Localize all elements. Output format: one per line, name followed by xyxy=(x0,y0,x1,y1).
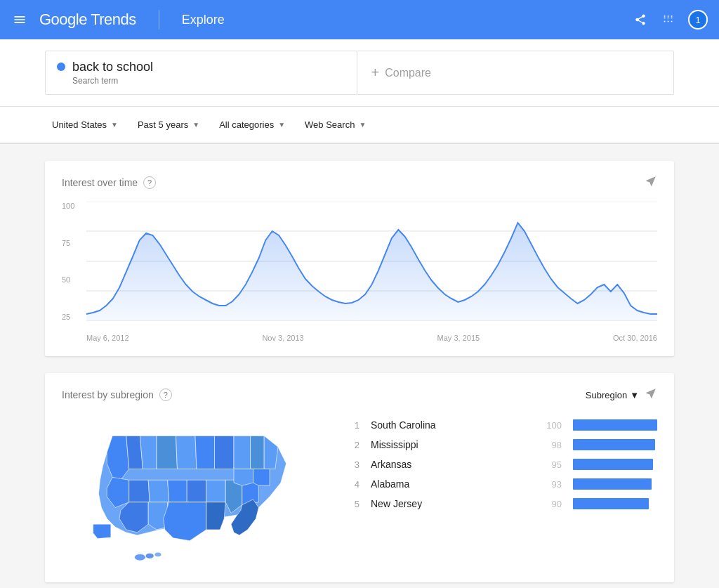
interest-over-time-card: Interest over time ? 100 75 50 25 xyxy=(45,161,674,356)
interest-by-subregion-title: Interest by subregion xyxy=(62,389,154,400)
y-label-75: 75 xyxy=(62,239,74,247)
time-arrow-icon: ▼ xyxy=(192,121,199,129)
category-arrow-icon: ▼ xyxy=(278,121,285,129)
ranking-bar-5 xyxy=(573,498,649,509)
x-label-3: May 3, 2015 xyxy=(437,334,480,342)
x-label-1: May 6, 2012 xyxy=(86,334,129,342)
region-name-2: Mississippi xyxy=(371,439,531,450)
ranking-bar-4 xyxy=(573,478,652,490)
compare-box[interactable]: + Compare xyxy=(357,51,675,95)
bar-container-4 xyxy=(573,478,657,490)
rank-2: 2 xyxy=(345,440,360,450)
card-title-row: Interest over time ? xyxy=(62,176,156,189)
bar-container-1 xyxy=(573,419,657,431)
interest-by-subregion-card: Interest by subregion ? Subregion ▼ xyxy=(45,373,674,582)
y-label-50: 50 xyxy=(62,275,74,284)
y-label-25: 25 xyxy=(62,313,74,321)
search-area: back to school Search term + Compare xyxy=(0,39,719,107)
region-name-5: New Jersey xyxy=(371,498,531,509)
help-icon-subregion[interactable]: ? xyxy=(159,388,172,401)
header-divider xyxy=(159,10,159,30)
rank-1: 1 xyxy=(345,420,360,431)
ranking-item-5: 5 New Jersey 90 xyxy=(345,498,657,509)
region-arrow-icon: ▼ xyxy=(111,121,118,129)
svg-point-5 xyxy=(135,554,146,561)
time-label: Past 5 years xyxy=(138,119,188,130)
region-score-3: 95 xyxy=(542,459,562,470)
interest-chart: 100 75 50 25 xyxy=(62,202,657,342)
search-term-content: back to school Search term xyxy=(72,60,153,86)
x-axis-labels: May 6, 2012 Nov 3, 2013 May 3, 2015 Oct … xyxy=(86,322,657,342)
bar-container-2 xyxy=(573,439,657,450)
region-score-4: 93 xyxy=(542,479,562,490)
share-chart-icon[interactable] xyxy=(645,175,657,190)
ranking-item-1: 1 South Carolina 100 xyxy=(345,419,657,431)
region-label: United States xyxy=(52,119,107,130)
header-actions: 1 xyxy=(632,10,708,30)
us-map-svg xyxy=(69,414,322,568)
subregion-header-right: Subregion ▼ xyxy=(586,387,657,403)
logo: Google Trends xyxy=(39,11,136,29)
y-label-100: 100 xyxy=(62,202,74,210)
rankings-list: 1 South Carolina 100 2 Mississippi 98 xyxy=(345,414,657,568)
card-header-time: Interest over time ? xyxy=(62,175,657,190)
explore-label: Explore xyxy=(182,13,225,27)
ranking-bar-3 xyxy=(573,459,653,470)
region-score-2: 98 xyxy=(542,440,562,450)
user-avatar[interactable]: 1 xyxy=(688,10,708,30)
region-name-3: Arkansas xyxy=(371,459,531,470)
ranking-item-2: 2 Mississippi 98 xyxy=(345,439,657,450)
region-name-1: South Carolina xyxy=(371,419,531,431)
rank-3: 3 xyxy=(345,459,360,470)
menu-icon[interactable] xyxy=(11,11,28,28)
ranking-bar-2 xyxy=(573,439,655,450)
search-type-arrow-icon: ▼ xyxy=(359,121,366,129)
main-content: Interest over time ? 100 75 50 25 xyxy=(0,144,719,588)
apps-icon[interactable] xyxy=(660,11,677,28)
rank-5: 5 xyxy=(345,499,360,509)
x-label-2: Nov 3, 2013 xyxy=(262,334,303,342)
rank-4: 4 xyxy=(345,479,360,490)
subregion-title-row: Interest by subregion ? xyxy=(62,388,172,401)
subregion-dropdown-arrow: ▼ xyxy=(630,390,639,400)
share-icon[interactable] xyxy=(632,11,649,28)
card-header-subregion: Interest by subregion ? Subregion ▼ xyxy=(62,387,657,403)
search-type-label: Web Search xyxy=(305,119,355,130)
region-filter[interactable]: United States ▼ xyxy=(45,115,125,134)
category-label: All categories xyxy=(219,119,274,130)
compare-plus-icon: + xyxy=(371,65,380,81)
header: Google Trends Explore 1 xyxy=(0,0,719,39)
category-filter[interactable]: All categories ▼ xyxy=(212,115,292,134)
subregion-dropdown[interactable]: Subregion ▼ xyxy=(586,390,639,400)
search-term-dot xyxy=(57,63,65,71)
ranking-item-4: 4 Alabama 93 xyxy=(345,478,657,490)
subregion-content: 1 South Carolina 100 2 Mississippi 98 xyxy=(62,414,657,568)
x-label-4: Oct 30, 2016 xyxy=(613,334,657,342)
search-type-filter[interactable]: Web Search ▼ xyxy=(298,115,373,134)
interest-over-time-title: Interest over time xyxy=(62,177,138,188)
us-map xyxy=(62,414,329,568)
chart-svg-area xyxy=(86,202,657,321)
filter-bar: United States ▼ Past 5 years ▼ All categ… xyxy=(0,107,719,144)
search-term-label: back to school xyxy=(72,60,153,74)
region-score-1: 100 xyxy=(542,420,562,431)
svg-point-7 xyxy=(154,552,161,556)
search-term-type: Search term xyxy=(72,76,153,86)
help-icon-time[interactable]: ? xyxy=(143,176,156,189)
compare-label: Compare xyxy=(385,67,431,79)
region-name-4: Alabama xyxy=(371,478,531,490)
search-term-box[interactable]: back to school Search term xyxy=(45,51,357,95)
bar-container-3 xyxy=(573,459,657,470)
time-filter[interactable]: Past 5 years ▼ xyxy=(131,115,206,134)
share-subregion-icon[interactable] xyxy=(645,387,657,403)
bar-container-5 xyxy=(573,498,657,509)
subregion-dropdown-label: Subregion xyxy=(586,390,627,400)
ranking-bar-1 xyxy=(573,419,657,431)
region-score-5: 90 xyxy=(542,499,562,509)
ranking-item-3: 3 Arkansas 95 xyxy=(345,459,657,470)
y-axis-labels: 100 75 50 25 xyxy=(62,202,80,321)
svg-point-6 xyxy=(145,553,154,558)
